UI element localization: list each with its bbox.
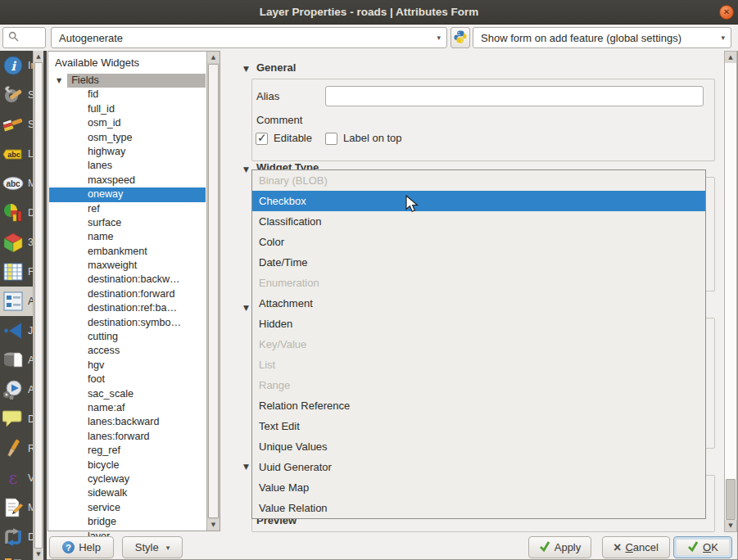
scrollbar-thumb[interactable] xyxy=(726,479,736,520)
show-form-select[interactable]: Show form on add feature (global setting… xyxy=(473,27,731,48)
dropdown-option-unique-values[interactable]: Unique Values xyxy=(252,436,705,457)
field-item-bicycle[interactable]: bicycle xyxy=(49,458,206,472)
field-item-lanes-forward[interactable]: lanes:forward xyxy=(49,430,206,444)
field-item-ref[interactable]: ref xyxy=(49,202,206,216)
dropdown-option-date-time[interactable]: Date/Time xyxy=(252,252,705,273)
dropdown-option-color[interactable]: Color xyxy=(252,232,705,252)
field-item-fid[interactable]: fid xyxy=(49,88,206,102)
masks-icon: abc xyxy=(2,173,24,194)
field-item-destination-forward[interactable]: destination:forward xyxy=(49,287,206,301)
dropdown-option-hidden[interactable]: Hidden xyxy=(252,314,705,334)
field-list-scrollbar[interactable]: ▲ ▼ xyxy=(206,52,220,531)
sidebar-item-variables[interactable]: εVariables xyxy=(0,463,33,493)
autogenerate-select[interactable]: Autogenerate ▾ xyxy=(51,27,447,48)
dropdown-option-classification[interactable]: Classification xyxy=(252,211,705,232)
field-item-foot[interactable]: foot xyxy=(49,373,206,386)
field-item-full-id[interactable]: full_id xyxy=(49,102,206,116)
scroll-up-icon[interactable]: ▲ xyxy=(725,52,736,63)
section-collapse-icon[interactable]: ▼ xyxy=(243,304,249,312)
field-item-destination-symbo[interactable]: destination:symbo… xyxy=(49,316,206,330)
dropdown-option-value-map[interactable]: Value Map xyxy=(252,477,705,498)
dropdown-option-uuid-generator[interactable]: Uuid Generator xyxy=(252,457,705,477)
rendering-icon xyxy=(2,438,24,459)
field-item-hgv[interactable]: hgv xyxy=(49,359,206,373)
sidebar-item-legend[interactable]: Legend xyxy=(0,552,33,560)
sidebar-item-rendering[interactable]: Rendering xyxy=(0,434,33,463)
scroll-up-icon[interactable]: ▲ xyxy=(34,51,43,62)
field-item-cycleway[interactable]: cycleway xyxy=(49,472,206,486)
field-item-maxspeed[interactable]: maxspeed xyxy=(49,174,206,187)
field-item-destination-backw[interactable]: destination:backw… xyxy=(49,273,206,287)
cancel-button[interactable]: × Cancel xyxy=(602,536,670,558)
field-item-reg-ref[interactable]: reg_ref xyxy=(49,444,206,458)
sidebar-item-fields[interactable]: Fields xyxy=(0,257,33,287)
field-item-cutting[interactable]: cutting xyxy=(49,330,206,344)
scroll-down-icon[interactable]: ▼ xyxy=(207,519,220,531)
widget-type-dropdown[interactable]: Binary (BLOB)CheckboxClassificationColor… xyxy=(251,169,706,519)
field-item-highway[interactable]: highway xyxy=(49,145,206,159)
search-input[interactable] xyxy=(2,27,46,48)
field-item-destination-ref-ba[interactable]: destination:ref:ba… xyxy=(49,301,206,315)
scroll-up-icon[interactable]: ▲ xyxy=(207,52,220,63)
alias-input[interactable] xyxy=(325,86,704,106)
check-icon xyxy=(539,540,550,554)
dropdown-option-relation-reference[interactable]: Relation Reference xyxy=(252,395,705,416)
dropdown-option-checkbox[interactable]: Checkbox xyxy=(252,191,705,211)
scrollbar-thumb[interactable] xyxy=(34,62,43,549)
python-init-button[interactable] xyxy=(450,27,470,48)
tree-group-fields[interactable]: ▼Fields xyxy=(49,74,206,88)
section-collapse-icon[interactable]: ▼ xyxy=(243,65,249,73)
sidebar-item-labels[interactable]: abcLabels xyxy=(0,139,33,169)
label-on-top-checkbox[interactable] xyxy=(325,133,337,145)
field-item-maxweight[interactable]: maxweight xyxy=(49,259,206,273)
field-item-name-af[interactable]: name:af xyxy=(49,401,206,415)
field-item-sac-scale[interactable]: sac_scale xyxy=(49,387,206,401)
ok-button[interactable]: OK xyxy=(673,536,732,558)
help-button[interactable]: ? Help xyxy=(49,536,114,558)
field-item-lanes[interactable]: lanes xyxy=(49,159,206,173)
sidebar-item-information[interactable]: iInformation xyxy=(0,51,33,80)
field-item-osm-id[interactable]: osm_id xyxy=(49,116,206,130)
dropdown-option-attachment[interactable]: Attachment xyxy=(252,293,705,314)
sidebar-scrollbar[interactable]: ▲ ▼ xyxy=(33,51,43,560)
style-button[interactable]: Style ▾ xyxy=(122,536,183,558)
sidebar-item-joins[interactable]: Joins xyxy=(0,316,33,345)
scroll-down-icon[interactable]: ▼ xyxy=(725,520,736,531)
field-item-service[interactable]: service xyxy=(49,501,206,515)
field-item-osm-type[interactable]: osm_type xyxy=(49,131,206,145)
field-item-embankment[interactable]: embankment xyxy=(49,245,206,259)
field-item-access[interactable]: access xyxy=(49,344,206,358)
dropdown-option-value-relation[interactable]: Value Relation xyxy=(252,498,705,518)
section-collapse-icon[interactable]: ▼ xyxy=(243,463,249,471)
sidebar-item-display[interactable]: Display xyxy=(0,404,33,434)
dropdown-option-enumeration: Enumeration xyxy=(252,273,705,293)
sidebar-item-source[interactable]: Source xyxy=(0,80,33,110)
dropdown-option-text-edit[interactable]: Text Edit xyxy=(252,416,705,436)
field-item-oneway[interactable]: oneway xyxy=(49,187,206,201)
collapse-icon[interactable]: ▼ xyxy=(49,74,61,88)
field-item-name[interactable]: name xyxy=(49,230,206,244)
field-tree: ▼Fieldsfidfull_idosm_idosm_typehighwayla… xyxy=(49,74,206,544)
field-item-lanes-backward[interactable]: lanes:backward xyxy=(49,415,206,429)
sidebar-item-actions[interactable]: Actions xyxy=(0,375,33,404)
apply-button[interactable]: Apply xyxy=(528,536,591,558)
field-item-bridge[interactable]: bridge xyxy=(49,515,206,529)
sidebar-item-masks[interactable]: abcMasks xyxy=(0,169,33,198)
sidebar-item-3d-view[interactable]: 3D View xyxy=(0,228,33,257)
field-item-sidewalk[interactable]: sidewalk xyxy=(49,486,206,500)
form-panel-scrollbar[interactable]: ▲ ▼ xyxy=(724,51,737,532)
sidebar-item-metadata[interactable]: Metadata xyxy=(0,493,33,522)
sidebar-item-dependencies[interactable]: Dependencies xyxy=(0,522,33,552)
sidebar-item-attributes-form[interactable]: Attributes Form xyxy=(0,287,33,316)
editable-checkbox[interactable] xyxy=(256,133,268,145)
titlebar[interactable]: Layer Properties - roads | Attributes Fo… xyxy=(0,0,738,25)
sidebar-item-auxiliary-storage[interactable]: Auxiliary Storage xyxy=(0,345,33,375)
sidebar-item-diagrams[interactable]: Diagrams xyxy=(0,198,33,228)
sidebar-item-symbology[interactable]: Symbology xyxy=(0,110,33,139)
section-collapse-icon[interactable]: ▼ xyxy=(243,165,249,174)
scroll-down-icon[interactable]: ▼ xyxy=(34,549,43,560)
field-item-surface[interactable]: surface xyxy=(49,216,206,230)
general-section-header[interactable]: General xyxy=(256,61,296,74)
scrollbar-thumb[interactable] xyxy=(208,64,219,518)
close-button[interactable]: ✕ xyxy=(719,5,734,20)
